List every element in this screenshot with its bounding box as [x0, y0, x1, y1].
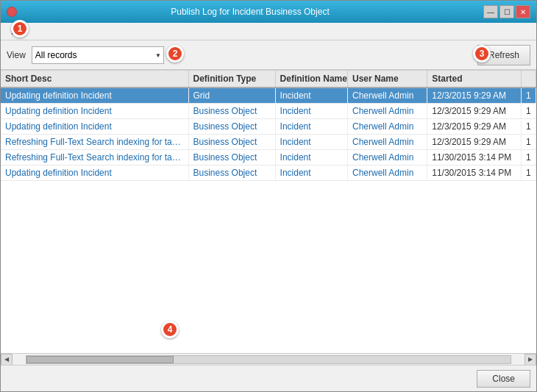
table-cell: Updating definition Incident — [1, 119, 189, 134]
table-cell: Cherwell Admin — [348, 88, 427, 103]
horizontal-scrollbar[interactable] — [26, 355, 511, 364]
view-label: View — [7, 50, 26, 60]
table-cell: Business Object — [189, 165, 276, 180]
refresh-button[interactable]: Refresh — [477, 45, 530, 65]
col-header-def-type[interactable]: Definition Type — [189, 71, 276, 87]
maximize-button[interactable]: ☐ — [499, 5, 514, 18]
menu-file[interactable]: File — [7, 25, 29, 38]
table-cell: Cherwell Admin — [348, 104, 427, 118]
table-row[interactable]: Updating definition IncidentBusiness Obj… — [1, 165, 536, 181]
table-cell: 12/3/2015 9:29 AM — [427, 135, 522, 149]
table-cell: 1 — [522, 104, 536, 118]
table-cell: Refreshing Full-Text Search indexing for… — [1, 135, 189, 149]
menu-bar: File 1 — [1, 23, 536, 40]
title-bar: Publish Log for Incident Business Object… — [1, 1, 536, 23]
table-cell: 1 — [522, 119, 536, 134]
minimize-button[interactable]: — — [483, 5, 498, 18]
table-cell: 12/3/2015 9:29 AM — [427, 88, 522, 103]
table-cell: Incident — [276, 165, 348, 180]
table-body: Updating definition IncidentGridIncident… — [1, 88, 536, 353]
table-cell: Business Object — [189, 119, 276, 134]
table-row[interactable]: Updating definition IncidentGridIncident… — [1, 88, 536, 104]
table-cell: 12/3/2015 9:29 AM — [427, 104, 522, 118]
table-row[interactable]: Updating definition IncidentBusiness Obj… — [1, 104, 536, 119]
col-header-extra — [522, 71, 536, 87]
window-close-button[interactable]: ✕ — [516, 5, 530, 18]
table-cell: Business Object — [189, 135, 276, 149]
title-controls: — ☐ ✕ — [483, 5, 530, 18]
main-window: Publish Log for Incident Business Object… — [0, 0, 537, 392]
traffic-light[interactable] — [7, 7, 17, 17]
table-row[interactable]: Refreshing Full-Text Search indexing for… — [1, 150, 536, 165]
col-header-user-name[interactable]: User Name — [348, 71, 427, 87]
scroll-right-button[interactable]: ▶ — [524, 354, 536, 366]
table-cell: Business Object — [189, 104, 276, 118]
table-header: Short Desc Definition Type Definition Na… — [1, 71, 536, 88]
table-cell: Incident — [276, 119, 348, 134]
table-cell: Cherwell Admin — [348, 119, 427, 134]
col-header-short-desc[interactable]: Short Desc — [1, 71, 189, 87]
col-header-started[interactable]: Started — [427, 71, 522, 87]
scrollbar-area: ◀ ▶ — [1, 353, 536, 365]
col-header-def-name[interactable]: Definition Name — [276, 71, 348, 87]
table-cell: Incident — [276, 135, 348, 149]
table-cell: 11/30/2015 3:14 PM — [427, 165, 522, 180]
bottom-bar: Close — [1, 365, 536, 391]
table-cell: 1 — [522, 135, 536, 149]
view-select-wrapper: All records Recent records Today's recor… — [32, 46, 164, 64]
window-title: Publish Log for Incident Business Object — [17, 7, 483, 17]
table-cell: Cherwell Admin — [348, 165, 427, 180]
table-container: Short Desc Definition Type Definition Na… — [1, 70, 536, 353]
close-button[interactable]: Close — [477, 370, 530, 388]
toolbar: View All records Recent records Today's … — [1, 40, 536, 70]
table-cell: Incident — [276, 150, 348, 165]
table-cell: Business Object — [189, 150, 276, 165]
table-row[interactable]: Updating definition IncidentBusiness Obj… — [1, 119, 536, 135]
view-select[interactable]: All records Recent records Today's recor… — [32, 46, 164, 64]
table-cell: 11/30/2015 3:14 PM — [427, 150, 522, 165]
table-cell: Updating definition Incident — [1, 88, 189, 103]
table-cell: Updating definition Incident — [1, 104, 189, 118]
table-cell: 1 — [522, 150, 536, 165]
table-cell: Incident — [276, 104, 348, 118]
table-cell: Incident — [276, 88, 348, 103]
table-cell: 12/3/2015 9:29 AM — [427, 119, 522, 134]
table-cell: Grid — [189, 88, 276, 103]
scroll-left-button[interactable]: ◀ — [1, 354, 13, 366]
table-cell: 1 — [522, 165, 536, 180]
table-cell: Cherwell Admin — [348, 150, 427, 165]
table-cell: 1 — [522, 88, 536, 103]
table-row[interactable]: Refreshing Full-Text Search indexing for… — [1, 135, 536, 150]
annotation-2: 2 — [166, 45, 184, 63]
scrollbar-thumb[interactable] — [26, 356, 174, 363]
table-cell: Cherwell Admin — [348, 135, 427, 149]
table-cell: Refreshing Full-Text Search indexing for… — [1, 150, 189, 165]
table-cell: Updating definition Incident — [1, 165, 189, 180]
